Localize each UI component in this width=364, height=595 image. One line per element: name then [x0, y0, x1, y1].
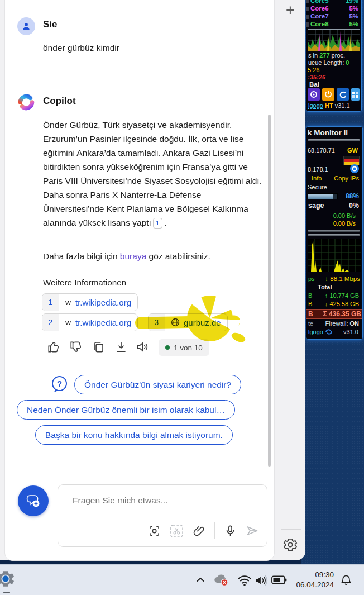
settings-gear-icon: [0, 568, 16, 589]
separator: [308, 139, 360, 141]
buraya-link[interactable]: buraya: [120, 251, 146, 261]
toolbar-divider: [214, 522, 215, 539]
citation-chip-2[interactable]: 2 w tr.wikipedia.org: [42, 313, 138, 331]
usage-row: sage 0%: [308, 202, 360, 210]
cpu-widget-footer: lgogo HT v31.1: [308, 102, 360, 109]
taskbar-clock[interactable]: 09:30 06.04.2024: [288, 570, 334, 590]
core-row: Core6 5%: [306, 5, 360, 13]
running-app-indicator: [3, 592, 10, 593]
countdown-value: :35:26: [308, 74, 360, 80]
help-bubble-icon[interactable]: ?: [50, 375, 69, 393]
read-aloud-button[interactable]: [135, 340, 150, 354]
download-total-row: B ↓ 425.58 GB: [308, 301, 360, 307]
queue-length-value: 0: [346, 59, 349, 66]
rail-divider: [281, 529, 301, 530]
wikipedia-icon: w: [65, 318, 71, 327]
send-icon[interactable]: [246, 524, 259, 537]
person-icon: [21, 21, 32, 32]
net-widget-footer: lgogo v31.0: [308, 329, 360, 335]
chat-input[interactable]: [71, 495, 252, 506]
signal-bar: [308, 193, 338, 199]
microphone-icon[interactable]: [224, 525, 237, 537]
suggestion-chip-1[interactable]: Önder Gürbüz'ün siyasi kariyeri nedir?: [74, 375, 241, 394]
core-legend-swatch: [306, 0, 309, 3]
rate-down-value: 0.00 B/s: [333, 220, 356, 227]
download-button[interactable]: [114, 340, 128, 354]
page-indicator-text: 1 von 10: [174, 344, 203, 352]
upload-fragment: B: [308, 292, 312, 299]
assistant-name: Copilot: [43, 96, 76, 107]
volume-icon[interactable]: [254, 574, 269, 589]
user-avatar: [17, 17, 35, 35]
plus-icon[interactable]: +: [281, 1, 300, 20]
core-row: Core7 5%: [306, 13, 360, 21]
ht-label: HT: [325, 102, 333, 109]
refresh-icon[interactable]: [325, 329, 333, 335]
sigma-icon: Σ: [323, 310, 327, 318]
sources-heading: Weitere Informationen: [43, 278, 126, 287]
chat-scrollbar-thumb[interactable]: [268, 115, 271, 467]
info-link[interactable]: Info: [312, 175, 322, 182]
notifications-bell-button[interactable]: [339, 574, 353, 589]
firewall-label: Firewall:: [325, 320, 348, 327]
separator: [308, 234, 360, 236]
settings-app-button[interactable]: [0, 568, 16, 589]
wifi-icon[interactable]: [237, 574, 252, 589]
tray-chevron-button[interactable]: [194, 574, 207, 588]
usage-label: sage: [308, 202, 324, 210]
new-topic-button[interactable]: [18, 485, 49, 516]
core-label: Core8: [310, 21, 329, 27]
onedrive-error-icon[interactable]: [212, 573, 229, 589]
inline-citation-chip[interactable]: 1: [153, 218, 162, 229]
question-glyph: ?: [57, 379, 62, 388]
gateway-ip-row: 68.178.71 GW: [308, 147, 360, 154]
firewall-row: te Firewall: ON: [308, 320, 360, 327]
usage-percent: 0%: [349, 202, 359, 210]
power-button[interactable]: [322, 88, 334, 101]
speed-value: 88.1 Mbps: [330, 275, 360, 282]
restart-button[interactable]: [337, 88, 349, 101]
clip-screenshot-icon: [170, 524, 184, 538]
composer-toolbar: [148, 522, 259, 539]
core-value: 5%: [349, 21, 358, 27]
suggestion-chip-3[interactable]: Başka bir konu hakkında bilgi almak isti…: [35, 425, 233, 445]
speed-fragment: ps: [308, 275, 315, 282]
citation-chip-1[interactable]: 1 w tr.wikipedia.org: [42, 293, 138, 311]
power-plan-label: Bal: [309, 81, 361, 88]
attach-file-icon[interactable]: [193, 525, 205, 537]
globe-icon: [171, 318, 180, 327]
clock-date: 06.04.2024: [288, 580, 334, 590]
copy-button[interactable]: [92, 340, 106, 354]
windows-button[interactable]: [351, 88, 360, 101]
answer-period: .: [164, 218, 166, 227]
battery-icon[interactable]: [271, 575, 287, 587]
citation-domain: gurbuz.de: [184, 318, 221, 327]
chat-input-card: [58, 484, 267, 547]
more-info-after: göz atabilirsiniz.: [146, 251, 210, 261]
suggestion-chip-2[interactable]: Neden Önder Gürbüz önemli bir isim olara…: [17, 400, 235, 420]
sum-total-row: B Σ 436.35 GB: [306, 309, 362, 319]
core-label: Core7: [310, 13, 329, 20]
target-icon[interactable]: [349, 164, 360, 174]
thumbs-down-button[interactable]: [69, 340, 84, 354]
cpu-widget-buttons: [306, 88, 361, 101]
down-arrow-icon: ↓: [325, 301, 328, 307]
local-ip: 8.178.1: [308, 166, 328, 173]
gadget-home-link[interactable]: lgogo: [308, 329, 323, 335]
citation-chip-3[interactable]: 3 gurbuz.de: [148, 313, 228, 331]
moon-sleep-button[interactable]: [308, 88, 320, 101]
citation-number: 1: [42, 294, 59, 311]
screenshot-icon[interactable]: [148, 525, 161, 537]
net-links-row: Info Copy IPs: [308, 175, 360, 182]
more-info-line: Daha fazla bilgi için buraya göz atabili…: [43, 251, 210, 261]
core-label: Core6: [310, 5, 329, 12]
copy-ips-link[interactable]: Copy IPs: [334, 175, 359, 182]
core-value: 5%: [349, 5, 358, 12]
settings-gear-icon[interactable]: [282, 537, 298, 553]
thumbs-up-button[interactable]: [47, 340, 61, 354]
copilot-logo: [17, 93, 36, 112]
new-chat-icon: [25, 493, 42, 510]
gadget-home-link[interactable]: lgogo: [308, 102, 323, 109]
speed-row: ps ↓ 88.1 Mbps: [308, 275, 360, 282]
download-total-value: 425.58 GB: [329, 301, 359, 307]
